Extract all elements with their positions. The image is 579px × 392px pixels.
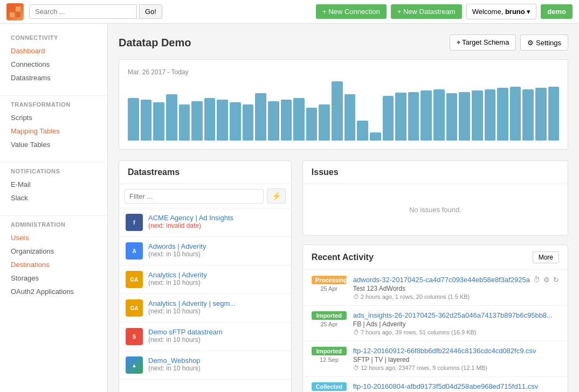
sidebar-item-scripts[interactable]: Scripts	[0, 111, 107, 124]
status-badge: Processing	[312, 276, 347, 284]
activity-meta: ⏱ 7 hours ago, 39 rows, 51 columns (16.9…	[353, 329, 559, 335]
chart-bar	[446, 93, 458, 141]
chart-bar	[293, 98, 305, 141]
status-badge: Imported	[312, 311, 347, 320]
chart-date-range: Mar. 26 2017 - Today	[128, 68, 559, 76]
activity-content: adwords-32-20170425-ca4d77c093e44eb58e8f…	[353, 276, 559, 300]
status-badge: Collected	[312, 382, 347, 391]
bottom-grid: Datastreams ⚡ f ACME Agency | Ad Insight…	[119, 160, 568, 392]
chart-bar	[268, 101, 279, 141]
transformation-section-title: TRANSFORMATION	[0, 101, 107, 108]
chart-bar	[179, 104, 190, 141]
activity-status-block: Imported 12 Sep	[312, 347, 347, 363]
activity-stream-link[interactable]: ftp-12-20160912-66f8bb6dfb22446c8136cdc4…	[353, 347, 536, 355]
activity-stream-name[interactable]: ftp-10-20160804-afbd9173f5d04d258abe968e…	[353, 382, 559, 390]
chart-bar	[306, 108, 318, 141]
sidebar-item-slack[interactable]: Slack	[0, 191, 107, 205]
sidebar-item-value-tables[interactable]: Value Tables	[0, 138, 107, 151]
sidebar-item-datastreams[interactable]: Datastreams	[0, 71, 107, 85]
activity-title: Recent Activity	[312, 253, 533, 262]
sidebar-item-oauth2[interactable]: OAuth2 Applications	[0, 285, 107, 298]
datastream-list-item: GA Analytics | Adverity | segm... (next:…	[119, 294, 291, 323]
activity-content: ads_insights-26-20170425-362d25a046a7413…	[353, 311, 559, 335]
sidebar-item-email[interactable]: E-Mail	[0, 178, 107, 191]
datastream-name[interactable]: Demo sFTP datastream	[148, 328, 223, 336]
sidebar-item-connections[interactable]: Connections	[0, 58, 107, 71]
datastreams-list: f ACME Agency | Ad Insights (next: inval…	[119, 208, 291, 380]
filter-icon-button[interactable]: ⚡	[267, 188, 286, 204]
search-input[interactable]	[29, 4, 137, 19]
chart-bar	[166, 94, 177, 141]
target-schema-button[interactable]: ⌖ Target Schema	[450, 34, 516, 51]
new-datastream-button[interactable]: + New Datastream	[391, 4, 462, 19]
user-menu-button[interactable]: Welcome, bruno ▾	[466, 4, 537, 19]
activity-stream-link[interactable]: ftp-10-20160804-afbd9173f5d04d258abe968e…	[353, 382, 538, 390]
connectivity-section-title: CONNECTIVITY	[0, 34, 107, 41]
activity-subtitle: FB | Ads | Adverity	[353, 320, 559, 328]
activity-panel: Recent Activity More Processing 25 Apr a…	[302, 244, 568, 392]
datastream-icon: GA	[126, 271, 143, 288]
activity-stream-name[interactable]: ads_insights-26-20170425-362d25a046a7413…	[353, 311, 559, 319]
datastream-icon: f	[126, 214, 143, 231]
sidebar-item-organizations[interactable]: Organizations	[0, 244, 107, 258]
activity-header: Recent Activity More	[303, 245, 568, 270]
activity-list: Processing 25 Apr adwords-32-20170425-ca…	[303, 270, 568, 392]
page-header: Datatap Demo ⌖ Target Schema ⚙ Settings	[119, 34, 568, 51]
chart-bar	[141, 100, 152, 141]
activity-more-button[interactable]: More	[533, 251, 559, 263]
activity-status-block: Imported 25 Apr	[312, 311, 347, 327]
datastream-icon: A	[126, 242, 143, 260]
datastream-name[interactable]: Analytics | Adverity	[148, 271, 207, 279]
datastream-list-item: ▲ Demo_Webshop (next: in 10 hours)	[119, 351, 291, 380]
activity-subtitle: Test 123 AdWords	[353, 285, 559, 292]
activity-stream-name[interactable]: adwords-32-20170425-ca4d77c093e44eb58e8f…	[353, 276, 559, 284]
search-bar: Go!	[29, 4, 162, 19]
chart-bar	[548, 87, 560, 141]
chart-bar	[357, 121, 368, 141]
activity-stream-name[interactable]: ftp-12-20160912-66f8bb6dfb22446c8136cdc4…	[353, 347, 559, 355]
chart-bar	[408, 92, 419, 141]
header-actions: + New Connection + New Datastream Welcom…	[316, 4, 573, 19]
activity-date: 25 Apr	[320, 285, 337, 292]
sidebar-item-mapping-tables[interactable]: Mapping Tables	[0, 124, 107, 138]
chart-bar	[395, 93, 406, 141]
datastream-list-item: A Adwords | Adverity (next: in 10 hours)	[119, 237, 291, 265]
activity-stream-link[interactable]: adwords-32-20170425-ca4d77c093e44eb58e8f…	[353, 276, 530, 284]
sidebar-item-users[interactable]: Users	[0, 231, 107, 244]
sidebar-item-destinations[interactable]: Destinations	[0, 258, 107, 271]
datastream-info: Adwords | Adverity (next: in 10 hours)	[148, 242, 206, 258]
activity-stream-link[interactable]: ads_insights-26-20170425-362d25a046a7413…	[353, 311, 553, 319]
settings-button[interactable]: ⚙ Settings	[520, 34, 568, 51]
administration-section: ADMINISTRATION Users Organizations Desti…	[0, 221, 107, 298]
datastream-name[interactable]: Analytics | Adverity | segm...	[148, 299, 236, 307]
datastream-name[interactable]: Demo_Webshop	[148, 356, 201, 365]
issues-panel: Issues No issues found.	[302, 160, 568, 236]
activity-status-block: Processing 25 Apr	[312, 276, 347, 292]
new-connection-button[interactable]: + New Connection	[316, 4, 387, 19]
filter-row: ⚡	[119, 184, 291, 208]
datastreams-filter-input[interactable]	[125, 189, 264, 204]
chart-bar	[485, 89, 496, 141]
page-title: Datatap Demo	[119, 37, 450, 49]
datastream-name[interactable]: Adwords | Adverity	[148, 242, 206, 250]
search-go-button[interactable]: Go!	[139, 4, 162, 19]
page-actions: ⌖ Target Schema ⚙ Settings	[450, 34, 568, 51]
activity-list-item: Collected 4 Aug ftp-10-20160804-afbd9173…	[303, 377, 568, 392]
username-label: bruno	[505, 8, 525, 16]
datastream-icon: GA	[126, 299, 143, 317]
chart-bar	[370, 132, 381, 141]
right-column: Issues No issues found. Recent Activity …	[302, 160, 568, 392]
chart-card: Mar. 26 2017 - Today	[119, 59, 568, 150]
datastream-name[interactable]: ACME Agency | Ad Insights	[148, 214, 233, 222]
datastream-next: (next: in 10 hours)	[148, 279, 207, 286]
chart-bar	[128, 98, 139, 141]
datastream-next: (next: in 10 hours)	[148, 365, 201, 372]
refresh-icon[interactable]: ↻	[553, 276, 559, 284]
issues-empty-text: No issues found.	[303, 184, 568, 235]
datastream-next: (next: in 10 hours)	[148, 336, 223, 344]
sidebar-item-storages[interactable]: Storages	[0, 271, 107, 285]
transformation-section: TRANSFORMATION Scripts Mapping Tables Va…	[0, 101, 107, 151]
gear-icon[interactable]: ⚙	[543, 276, 550, 284]
chart-bar	[230, 102, 241, 141]
sidebar-item-dashboard[interactable]: Dashboard	[0, 44, 107, 58]
